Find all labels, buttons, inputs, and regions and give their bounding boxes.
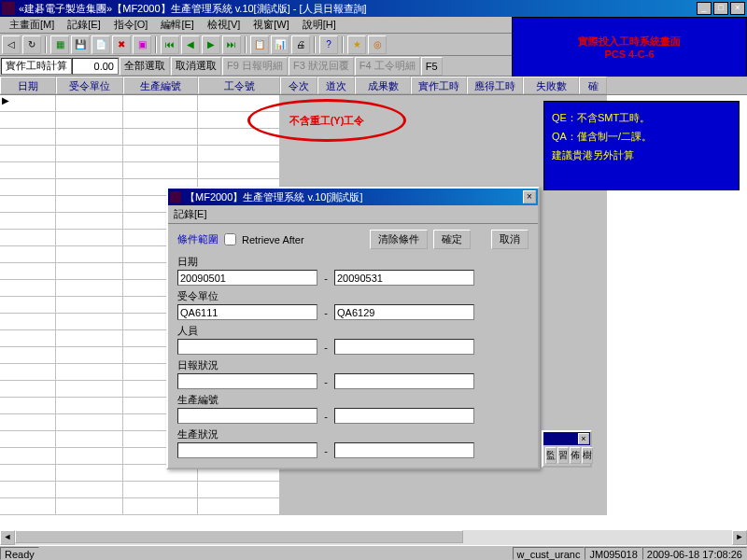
horizontal-scrollbar[interactable]: ◄ ► xyxy=(0,530,747,545)
tool-target-icon[interactable]: ◎ xyxy=(368,35,387,54)
table-row[interactable] xyxy=(0,498,747,515)
f4-order-button[interactable]: F4 工令明細 xyxy=(355,57,420,76)
table-row[interactable] xyxy=(0,482,747,498)
status-bar: Ready w_cust_uranc JM095018 2009-06-18 1… xyxy=(0,545,747,560)
person-from-input[interactable] xyxy=(177,339,317,355)
col-earned[interactable]: 應得工時 xyxy=(467,77,523,94)
maximize-button[interactable]: □ xyxy=(713,2,728,15)
column-headers: 日期 受令單位 生產編號 工令號 令次 道次 成果數 實作工時 應得工時 失敗數… xyxy=(0,77,747,95)
report-from-input[interactable] xyxy=(177,373,317,389)
dialog-title: 【MF2000】生產管理系統 v.10[測試版] xyxy=(185,190,523,204)
col-confirm[interactable]: 確 xyxy=(579,77,607,94)
col-actual[interactable]: 實作工時 xyxy=(411,77,467,94)
scope-label: 條件範圍 xyxy=(177,232,218,246)
tool-doc-icon[interactable]: 📄 xyxy=(92,35,110,54)
col-orderno[interactable]: 工令號 xyxy=(198,77,280,94)
unit-label: 受令單位 xyxy=(177,289,529,303)
col-pass[interactable]: 道次 xyxy=(317,77,355,94)
status-ready: Ready xyxy=(0,547,39,560)
mini-btn-3[interactable]: 佈 xyxy=(570,447,581,464)
tool-last-icon[interactable]: ⏭ xyxy=(222,35,241,54)
col-unit[interactable]: 受令單位 xyxy=(56,77,123,94)
date-from-input[interactable] xyxy=(177,270,317,286)
col-date[interactable]: 日期 xyxy=(0,77,56,94)
tool-star-icon[interactable]: ★ xyxy=(347,35,366,54)
annotation-notes-box: QE：不含SMT工時。 QA：僅含制一/二課。 建議貴港另外計算 xyxy=(543,101,740,190)
window-title: «建碁電子製造集團»【MF2000】生產管理系統 v.10[測試版] - [人員… xyxy=(19,2,697,16)
row-marker-icon: ▶ xyxy=(2,95,9,105)
status-user: JM095018 xyxy=(585,547,641,560)
dialog-close-button[interactable]: × xyxy=(523,190,536,203)
tool-child-icon[interactable]: ▣ xyxy=(133,35,151,54)
mini-btn-4[interactable]: 樹 xyxy=(582,447,593,464)
annotation-title-box: 實際投入工時系統畫面 PCS 4-C-6 xyxy=(512,17,747,77)
scroll-thumb[interactable] xyxy=(15,530,463,543)
person-to-input[interactable] xyxy=(334,339,474,355)
prodno-to-input[interactable] xyxy=(334,408,474,424)
prodstatus-to-input[interactable] xyxy=(334,442,474,458)
col-result[interactable]: 成果數 xyxy=(355,77,411,94)
prodno-label: 生產編號 xyxy=(177,393,529,407)
date-to-input[interactable] xyxy=(334,270,474,286)
status-window: w_cust_uranc xyxy=(513,547,585,560)
menu-main[interactable]: 主畫面[M] xyxy=(4,18,60,32)
ok-button[interactable]: 確定 xyxy=(433,230,471,249)
scroll-left-button[interactable]: ◄ xyxy=(0,530,15,545)
app-icon xyxy=(2,2,15,15)
tool-save-icon[interactable]: 💾 xyxy=(71,35,90,54)
report-to-input[interactable] xyxy=(334,373,474,389)
main-titlebar: «建碁電子製造集團»【MF2000】生產管理系統 v.10[測試版] - [人員… xyxy=(0,0,747,17)
tool-excel-icon[interactable]: 📊 xyxy=(271,35,289,54)
tool-delete-icon[interactable]: ✖ xyxy=(112,35,131,54)
tool-refresh-icon[interactable]: ↻ xyxy=(22,35,41,54)
close-button[interactable]: × xyxy=(730,2,745,15)
tool-open-icon[interactable]: ▦ xyxy=(50,35,69,54)
dialog-menu[interactable]: 記錄[E] xyxy=(168,205,538,224)
tool-first-icon[interactable]: ⏮ xyxy=(161,35,179,54)
tool-left-icon[interactable]: ◁ xyxy=(2,35,21,54)
menu-view[interactable]: 檢視[V] xyxy=(202,18,246,32)
menu-help[interactable]: 說明[H] xyxy=(297,18,342,32)
mini-btn-1[interactable]: 監 xyxy=(545,447,557,464)
prodno-from-input[interactable] xyxy=(177,408,317,424)
retrieve-checkbox[interactable] xyxy=(224,233,236,245)
tool-help-icon[interactable]: ? xyxy=(319,35,338,54)
f9-detail-button[interactable]: F9 日報明細 xyxy=(222,57,288,76)
filter-dialog: 【MF2000】生產管理系統 v.10[測試版] × 記錄[E] 條件範圍 Re… xyxy=(166,187,540,469)
unit-from-input[interactable] xyxy=(177,304,317,320)
calc-label: 實作工時計算 xyxy=(1,58,72,75)
date-label: 日期 xyxy=(177,255,529,269)
dialog-icon xyxy=(170,191,181,203)
deselect-button[interactable]: 取消選取 xyxy=(171,57,221,76)
f5-button[interactable]: F5 xyxy=(421,57,443,76)
prodstatus-label: 生產狀況 xyxy=(177,427,529,441)
col-fail[interactable]: 失敗數 xyxy=(523,77,579,94)
report-status-label: 日報狀況 xyxy=(177,358,529,372)
tool-prev-icon[interactable]: ◀ xyxy=(181,35,200,54)
dialog-titlebar[interactable]: 【MF2000】生產管理系統 v.10[測試版] × xyxy=(168,189,538,205)
col-prodno[interactable]: 生產編號 xyxy=(123,77,198,94)
tool-print-icon[interactable]: 🖨 xyxy=(291,35,310,54)
minimize-button[interactable]: _ xyxy=(697,2,712,15)
mini-btn-2[interactable]: 習 xyxy=(557,447,569,464)
tool-next-icon[interactable]: ▶ xyxy=(202,35,220,54)
select-all-button[interactable]: 全部選取 xyxy=(120,57,170,76)
col-seq[interactable]: 令次 xyxy=(280,77,317,94)
menu-window[interactable]: 視窗[W] xyxy=(247,18,295,32)
mini-toolbar[interactable]: × 監 習 佈 樹 xyxy=(542,430,592,468)
person-label: 人員 xyxy=(177,324,529,338)
tool-report-icon[interactable]: 📋 xyxy=(250,35,269,54)
calc-value: 0.00 xyxy=(72,58,119,75)
f3-status-button[interactable]: F3 狀況回覆 xyxy=(289,57,354,76)
cancel-button[interactable]: 取消 xyxy=(491,230,529,249)
retrieve-label: Retrieve After xyxy=(242,234,304,245)
unit-to-input[interactable] xyxy=(334,304,474,320)
prodstatus-from-input[interactable] xyxy=(177,442,317,458)
menu-record[interactable]: 記錄[E] xyxy=(62,18,106,32)
menu-edit[interactable]: 編輯[E] xyxy=(155,18,199,32)
mini-close-button[interactable]: × xyxy=(578,433,589,444)
status-time: 2009-06-18 17:08:26 xyxy=(642,547,747,560)
scroll-right-button[interactable]: ► xyxy=(732,530,747,545)
clear-button[interactable]: 清除條件 xyxy=(370,230,428,249)
menu-command[interactable]: 指令[O] xyxy=(108,18,154,32)
